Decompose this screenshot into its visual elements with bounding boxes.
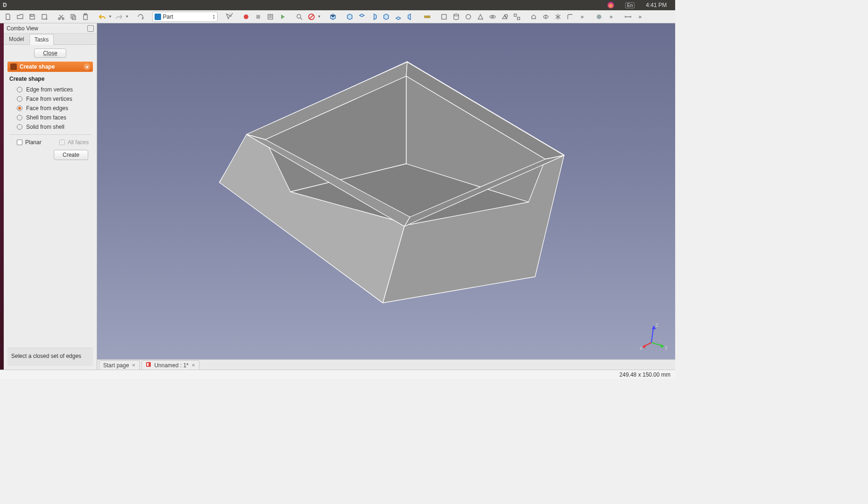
draw-style-icon[interactable]	[306, 12, 317, 22]
stop-macro-icon[interactable]	[253, 12, 263, 22]
task-header-label: Create shape	[20, 63, 81, 70]
svg-point-11	[297, 14, 301, 18]
revolve-icon[interactable]	[541, 12, 551, 22]
part-cylinder-icon[interactable]	[451, 12, 461, 22]
system-tray: En 4:41 PM	[607, 2, 672, 8]
mirror-icon[interactable]	[553, 12, 563, 22]
extrude-icon[interactable]	[529, 12, 539, 22]
refresh-icon[interactable]	[135, 12, 146, 22]
svg-rect-21	[517, 17, 520, 20]
radio-face-from-edges[interactable]: Face from edges	[9, 104, 91, 113]
undo-dropdown-icon[interactable]: ▼	[108, 14, 112, 19]
svg-point-17	[490, 15, 495, 18]
view-rear-icon[interactable]	[381, 12, 391, 22]
chevron-more-3-icon[interactable]: »	[635, 12, 645, 22]
workbench-label: Part	[163, 14, 211, 20]
language-indicator[interactable]: En	[625, 2, 635, 8]
doc-tab-unnamed[interactable]: Unnamed : 1* ✕	[141, 360, 199, 370]
radio-label: Face from edges	[26, 105, 68, 112]
status-bar: 249.48 x 150.00 mm	[0, 370, 675, 379]
part-builder-icon[interactable]	[512, 12, 522, 22]
radio-face-from-vertices[interactable]: Face from vertices	[9, 94, 91, 104]
appearance-icon[interactable]	[594, 12, 604, 22]
radio-label: Solid from shell	[26, 124, 64, 130]
task-divider	[9, 134, 91, 135]
svg-rect-9	[256, 15, 260, 19]
save-icon[interactable]	[27, 12, 37, 22]
svg-point-18	[492, 16, 494, 17]
combo-view-float-icon[interactable]	[87, 25, 94, 32]
part-torus-icon[interactable]	[487, 12, 498, 22]
radio-shell-from-faces[interactable]: Shell from faces	[9, 113, 91, 122]
redo-dropdown-icon[interactable]: ▼	[125, 14, 129, 19]
chevron-more-1-icon[interactable]: »	[577, 12, 587, 22]
part-sphere-icon[interactable]	[463, 12, 473, 22]
svg-rect-20	[514, 14, 516, 16]
workbench-selector[interactable]: Part ▲▼	[152, 12, 218, 22]
save-as-icon[interactable]	[39, 12, 49, 22]
new-file-icon[interactable]	[3, 12, 13, 22]
view-left-icon[interactable]	[405, 12, 416, 22]
part-primitives-icon[interactable]	[500, 12, 510, 22]
tab-model[interactable]: Model	[4, 34, 29, 44]
view-iso-icon[interactable]	[328, 12, 338, 22]
svg-point-23	[597, 14, 601, 19]
part-cone-icon[interactable]	[475, 12, 486, 22]
app-root: D En 4:41 PM ▼ ▼	[0, 0, 675, 379]
combo-view-title: Combo View	[7, 25, 87, 32]
checkbox-planar[interactable]: Planar	[9, 138, 42, 147]
zoom-fit-icon[interactable]	[294, 12, 304, 22]
close-button[interactable]: Close	[34, 49, 66, 58]
paste-icon[interactable]	[80, 12, 91, 22]
close-tab-icon[interactable]: ✕	[191, 363, 195, 368]
task-header-icon	[10, 63, 17, 70]
part-box-icon[interactable]	[439, 12, 449, 22]
task-collapse-icon[interactable]: ▾	[84, 63, 90, 70]
measure-icon[interactable]	[422, 12, 432, 22]
copy-icon[interactable]	[68, 12, 78, 22]
flame-icon[interactable]	[607, 2, 614, 8]
chevron-more-2-icon[interactable]: »	[606, 12, 616, 22]
doc-tab-label: Start page	[103, 362, 129, 369]
cut-icon[interactable]	[56, 12, 66, 22]
radio-edge-from-vertices[interactable]: Edge from vertices	[9, 85, 91, 94]
fillet-icon[interactable]	[565, 12, 575, 22]
freecad-doc-icon	[146, 362, 151, 369]
whats-this-icon[interactable]: ?	[224, 12, 234, 22]
radio-label: Edge from vertices	[26, 86, 73, 93]
view-top-icon[interactable]	[357, 12, 367, 22]
redo-icon[interactable]	[114, 12, 124, 22]
radio-label: Face from vertices	[26, 96, 72, 102]
svg-text:x: x	[640, 345, 642, 351]
svg-rect-53	[147, 363, 148, 366]
view-front-icon[interactable]	[345, 12, 355, 22]
draw-style-dropdown-icon[interactable]: ▼	[318, 14, 321, 19]
clock-label[interactable]: 4:41 PM	[646, 2, 667, 8]
radio-label: Shell from faces	[26, 114, 66, 121]
run-macro-icon[interactable]	[277, 12, 288, 22]
open-file-icon[interactable]	[15, 12, 25, 22]
measure-linear-icon[interactable]	[623, 12, 633, 22]
svg-rect-14	[442, 14, 446, 19]
main-area: Combo View Model Tasks Close Create shap…	[0, 23, 675, 370]
record-macro-icon[interactable]	[241, 12, 251, 22]
3d-viewport[interactable]: x y z Start page ✕ Unnamed : 1* ✕	[97, 23, 675, 370]
view-bottom-icon[interactable]	[393, 12, 403, 22]
create-button[interactable]: Create	[54, 150, 88, 160]
svg-text:y: y	[665, 344, 668, 350]
svg-text:z: z	[656, 323, 658, 328]
task-header[interactable]: Create shape ▾	[7, 62, 93, 72]
close-tab-icon[interactable]: ✕	[132, 363, 135, 368]
radio-solid-from-shell[interactable]: Solid from shell	[9, 122, 91, 132]
undo-icon[interactable]	[97, 12, 107, 22]
combo-view-tabs: Model Tasks	[4, 34, 97, 45]
view-right-icon[interactable]	[369, 12, 379, 22]
checkbox-all-faces: All faces	[52, 138, 90, 147]
doc-tab-start-page[interactable]: Start page ✕	[99, 360, 140, 370]
axis-gizmo: x y z	[640, 323, 668, 351]
tab-tasks[interactable]: Tasks	[29, 34, 54, 45]
main-toolbar: ▼ ▼ Part ▲▼ ? ▼	[0, 10, 675, 23]
task-hint-text: Select a closed set of edges	[11, 353, 81, 359]
macros-icon[interactable]	[265, 12, 275, 22]
system-top-bar: D En 4:41 PM	[0, 0, 675, 10]
